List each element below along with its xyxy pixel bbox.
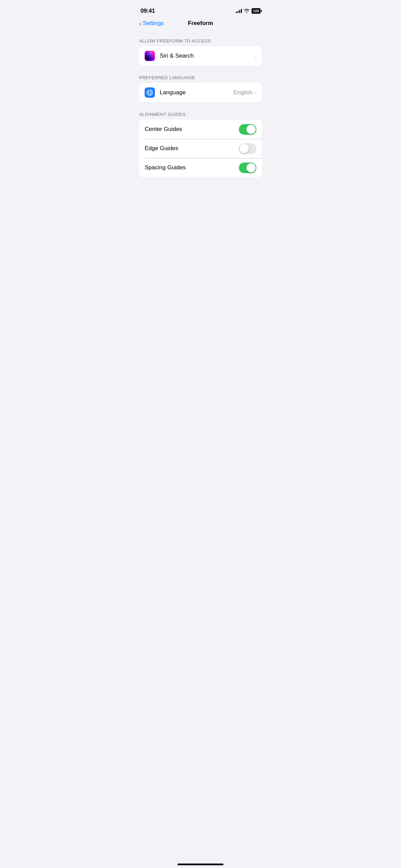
chevron-right-icon: › <box>255 53 256 59</box>
row-siri-search[interactable]: Siri & Search › <box>139 46 262 65</box>
spacing-guides-toggle[interactable] <box>239 162 256 173</box>
siri-search-label: Siri & Search <box>160 52 255 59</box>
section-alignment-guides: ALIGNMENT GUIDES Center Guides Edge Guid… <box>134 112 267 177</box>
section-header-alignment: ALIGNMENT GUIDES <box>134 112 267 117</box>
siri-icon <box>145 51 155 61</box>
chevron-right-icon: › <box>255 90 256 96</box>
back-chevron-icon: ‹ <box>139 20 142 27</box>
edge-guides-thumb <box>240 144 249 153</box>
row-language[interactable]: Language English › <box>139 83 262 102</box>
section-allow-access: ALLOW FREEFORM TO ACCESS Siri & Search › <box>134 38 267 65</box>
edge-guides-track[interactable] <box>239 143 256 154</box>
section-header-allow-access: ALLOW FREEFORM TO ACCESS <box>134 38 267 44</box>
center-guides-label: Center Guides <box>145 126 239 133</box>
status-icons: 100 <box>236 8 260 14</box>
settings-group-language: Language English › <box>139 83 262 102</box>
spacing-guides-thumb <box>246 163 256 172</box>
back-label: Settings <box>143 20 164 27</box>
edge-guides-toggle[interactable] <box>239 143 256 154</box>
center-guides-track[interactable] <box>239 124 256 135</box>
row-spacing-guides: Spacing Guides <box>139 158 262 177</box>
spacing-guides-label: Spacing Guides <box>145 164 239 171</box>
row-edge-guides: Edge Guides <box>139 139 262 158</box>
nav-header: ‹ Settings Freeform <box>134 17 267 31</box>
status-bar: 09:41 100 <box>134 0 267 17</box>
globe-icon-container <box>145 87 155 98</box>
spacing-guides-track[interactable] <box>239 162 256 173</box>
center-guides-thumb <box>246 125 256 134</box>
settings-group-allow-access: Siri & Search › <box>139 46 262 65</box>
svg-point-1 <box>148 90 151 96</box>
wifi-icon <box>244 9 250 13</box>
section-header-language: PREFERRED LANGUAGE <box>134 75 267 80</box>
edge-guides-label: Edge Guides <box>145 145 239 152</box>
settings-group-alignment: Center Guides Edge Guides Spacing Guides <box>139 120 262 177</box>
page-title: Freeform <box>188 20 213 27</box>
status-time: 09:41 <box>141 8 155 14</box>
battery-icon: 100 <box>252 8 260 14</box>
language-label: Language <box>160 89 233 96</box>
signal-icon <box>236 9 242 13</box>
section-preferred-language: PREFERRED LANGUAGE Language English › <box>134 75 267 102</box>
center-guides-toggle[interactable] <box>239 124 256 135</box>
language-value: English <box>233 89 253 96</box>
globe-icon <box>146 89 153 96</box>
back-button[interactable]: ‹ Settings <box>139 20 164 27</box>
svg-point-0 <box>147 90 153 96</box>
row-center-guides: Center Guides <box>139 120 262 139</box>
